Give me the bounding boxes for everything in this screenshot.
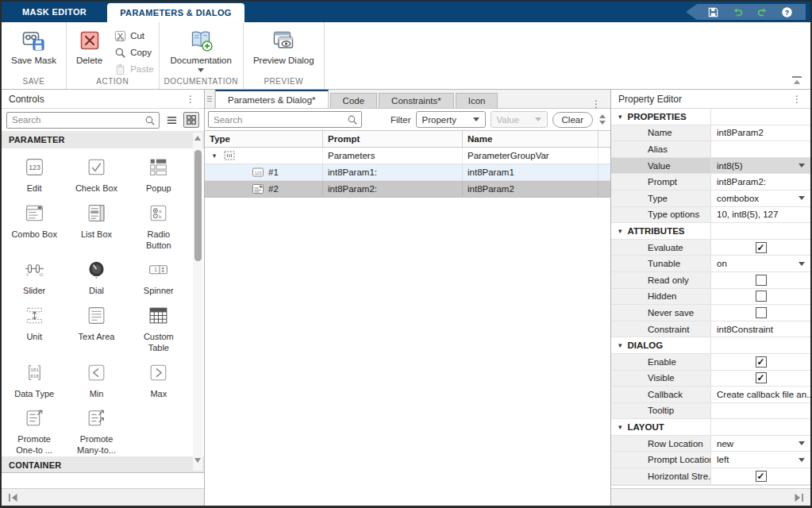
controls-search-input[interactable] — [7, 115, 159, 125]
property-value[interactable]: Create callback file an... — [717, 390, 810, 399]
property-value[interactable]: int8(5) — [717, 161, 743, 171]
grid-view-button[interactable] — [183, 112, 199, 128]
property-row[interactable]: Enable✓ — [611, 354, 810, 371]
property-value[interactable]: int8Param2: — [717, 177, 766, 187]
control-item-spinner[interactable]: 1Spinner — [128, 251, 190, 297]
property-value[interactable]: on — [717, 259, 727, 268]
property-row[interactable]: CallbackCreate callback file an... — [611, 387, 810, 403]
tab-mask-editor[interactable]: MASK EDITOR — [2, 2, 107, 22]
control-item-checkbox[interactable]: Check Box — [65, 148, 127, 194]
control-item-textarea[interactable]: Text Area — [65, 297, 127, 354]
save-mask-button[interactable]: Save Mask — [6, 26, 61, 67]
clear-filter-button[interactable]: Clear — [552, 112, 593, 128]
property-value[interactable]: int8Constraint — [717, 325, 773, 334]
tab-parameters-and-dialog[interactable]: PARAMETERS & DIALOG — [107, 3, 244, 22]
collapse-left-panel-icon[interactable] — [8, 493, 19, 502]
checkbox[interactable]: ✓ — [756, 356, 767, 368]
filter-property-dropdown[interactable]: Property — [416, 111, 486, 128]
control-item-combobox[interactable]: Combo Box — [3, 194, 65, 252]
column-header-type[interactable]: Type — [205, 131, 323, 147]
property-editor-menu-icon[interactable]: ⋮ — [791, 95, 803, 103]
expander-icon[interactable]: ▾ — [210, 152, 219, 160]
property-section[interactable]: ▾LAYOUT — [611, 419, 810, 436]
collapse-triangle-icon[interactable]: ▾ — [618, 423, 622, 431]
property-row[interactable]: Typecombobox — [611, 190, 810, 207]
minimize-ribbon-button[interactable] — [790, 75, 804, 86]
tab-constraints[interactable]: Constraints* — [379, 93, 454, 108]
copy-button[interactable]: Copy — [114, 45, 153, 60]
help-icon[interactable]: ? — [780, 6, 793, 18]
control-item-unit[interactable]: Unit — [3, 297, 65, 354]
editor-search-input[interactable] — [209, 115, 361, 125]
control-item-dial[interactable]: Dial — [65, 251, 127, 297]
property-value[interactable]: 10, int8(5), 127 — [717, 210, 778, 219]
control-item-min[interactable]: Min — [65, 354, 127, 400]
property-value[interactable]: combobox — [717, 194, 759, 203]
property-section[interactable]: ▾DIALOG — [611, 337, 810, 354]
spinner-down-icon[interactable] — [599, 121, 606, 125]
documentation-button[interactable]: Documentation — [166, 26, 237, 74]
property-row[interactable]: Hidden — [611, 289, 810, 306]
property-row[interactable]: Never save — [611, 305, 810, 321]
control-item-promote-many[interactable]: Promote Many-to... — [65, 399, 127, 456]
redo-icon[interactable] — [756, 6, 768, 18]
property-value[interactable]: left — [717, 455, 729, 464]
tab-icon[interactable]: Icon — [456, 93, 498, 108]
section-header-container[interactable]: CONTAINER — [2, 456, 204, 473]
property-row[interactable]: Valueint8(5) — [611, 158, 810, 175]
column-header-name[interactable]: Name — [463, 131, 598, 147]
delete-button[interactable]: Delete — [71, 26, 107, 67]
table-row[interactable]: #2int8Param2:int8Param2 — [205, 181, 610, 198]
checkbox[interactable]: ✓ — [756, 471, 767, 482]
property-section[interactable]: ▾ATTRIBUTES — [611, 223, 810, 240]
filter-value-dropdown[interactable]: Value — [491, 111, 548, 128]
paste-button[interactable]: Paste — [114, 62, 153, 76]
property-value[interactable]: new — [717, 439, 733, 448]
control-item-max[interactable]: Max — [128, 354, 190, 400]
controls-menu-icon[interactable]: ⋮ — [184, 95, 197, 103]
undo-icon[interactable] — [731, 6, 744, 18]
checkbox[interactable] — [756, 291, 767, 302]
collapse-triangle-icon[interactable]: ▾ — [618, 227, 622, 235]
editor-menu-icon[interactable]: ⋮ — [590, 100, 602, 108]
control-item-promote-one[interactable]: Promote One-to ... — [3, 399, 65, 456]
tab-parameters-dialog[interactable]: Parameters & Dialog* — [215, 90, 329, 108]
column-header-prompt[interactable]: Prompt — [323, 131, 463, 147]
spinner-up-icon[interactable] — [599, 114, 606, 118]
property-value[interactable]: int8Param2 — [717, 128, 764, 137]
property-row[interactable]: Constraintint8Constraint — [611, 321, 810, 338]
scroll-up-icon[interactable] — [194, 135, 201, 141]
cut-button[interactable]: Cut — [114, 29, 153, 43]
control-item-edit[interactable]: 123Edit — [3, 148, 65, 194]
scrollbar-thumb[interactable] — [194, 150, 202, 261]
section-header-parameter[interactable]: PARAMETER — [2, 131, 204, 148]
property-row[interactable]: Horizontal Stre...✓ — [611, 468, 810, 485]
property-row[interactable]: Visible✓ — [611, 371, 810, 387]
table-row[interactable]: 123#1int8Param1:int8Param1 — [205, 164, 610, 181]
control-item-listbox[interactable]: List Box — [65, 194, 127, 252]
property-row[interactable]: Tunableon — [611, 256, 810, 272]
tab-strip-grip[interactable] — [205, 90, 215, 108]
property-row[interactable]: Alias — [611, 141, 810, 158]
scroll-down-icon[interactable] — [194, 457, 201, 464]
checkbox[interactable]: ✓ — [756, 372, 767, 383]
controls-scrollbar[interactable] — [193, 133, 202, 471]
checkbox[interactable] — [756, 275, 767, 286]
list-view-button[interactable] — [164, 112, 179, 128]
tab-code[interactable]: Code — [330, 93, 378, 108]
collapse-right-panel-icon[interactable] — [793, 493, 804, 502]
preview-dialog-button[interactable]: Preview Dialog — [248, 26, 319, 67]
control-item-slider[interactable]: 010Slider — [3, 251, 65, 297]
table-row[interactable]: ▾ParametersParameterGroupVar — [205, 148, 610, 164]
control-item-radiobutton[interactable]: abRadio Button — [128, 194, 190, 252]
property-row[interactable]: Type options10, int8(5), 127 — [611, 207, 810, 224]
property-row[interactable]: Tooltip — [611, 403, 810, 420]
property-row[interactable]: Read only — [611, 272, 810, 289]
control-item-customtable[interactable]: Custom Table — [128, 297, 190, 354]
collapse-triangle-icon[interactable]: ▾ — [618, 341, 622, 349]
property-row[interactable]: Nameint8Param2 — [611, 125, 810, 142]
collapse-triangle-icon[interactable]: ▾ — [618, 113, 622, 121]
control-item-datatype[interactable]: 101010Data Type — [3, 354, 65, 400]
checkbox[interactable]: ✓ — [756, 242, 767, 253]
property-row[interactable]: Evaluate✓ — [611, 240, 810, 256]
